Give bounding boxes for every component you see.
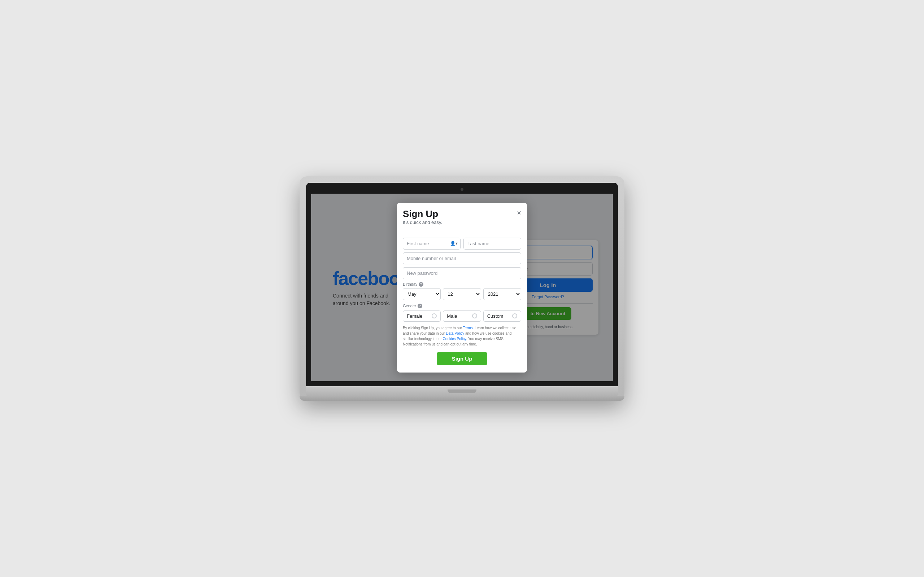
laptop-base bbox=[306, 386, 618, 396]
gender-label-text: Gender bbox=[403, 304, 416, 308]
female-label: Female bbox=[407, 313, 422, 319]
screen-bezel: facebook Connect with friends and around… bbox=[306, 183, 618, 386]
birthday-selects: JanFebMarApr MayJunJulAug SepOctNovDec 1… bbox=[403, 288, 521, 300]
password-input[interactable] bbox=[403, 267, 521, 279]
year-select[interactable]: 2019202020212022 bbox=[483, 288, 521, 300]
custom-radio bbox=[512, 313, 517, 318]
birthday-label-text: Birthday bbox=[403, 282, 417, 286]
modal-title-group: Sign Up It's quick and easy. bbox=[403, 208, 442, 229]
cookies-policy-link[interactable]: Cookies Policy bbox=[443, 337, 466, 341]
terms-text: By clicking Sign Up, you agree to our Te… bbox=[403, 325, 521, 347]
modal-header: Sign Up It's quick and easy. × bbox=[403, 208, 521, 229]
gender-male[interactable]: Male bbox=[443, 311, 481, 322]
email-wrapper bbox=[403, 253, 521, 264]
day-select[interactable]: 12345 678910 11121314 1516171819 2021222… bbox=[443, 288, 481, 300]
birthday-info-icon: ? bbox=[419, 282, 423, 287]
last-name-input[interactable] bbox=[464, 238, 521, 250]
laptop-foot bbox=[300, 396, 624, 401]
name-row: 👤▾ bbox=[403, 238, 521, 250]
male-label: Male bbox=[447, 313, 457, 319]
gender-custom[interactable]: Custom bbox=[483, 311, 521, 322]
gender-label: Gender ? bbox=[403, 304, 521, 308]
last-name-wrapper bbox=[464, 238, 521, 250]
gender-options: Female Male Custom bbox=[403, 311, 521, 322]
name-icon: 👤▾ bbox=[450, 241, 458, 246]
modal-divider bbox=[397, 233, 527, 233]
email-input[interactable] bbox=[403, 253, 521, 264]
signup-modal: Sign Up It's quick and easy. × 👤▾ bbox=[397, 203, 527, 372]
screen: facebook Connect with friends and around… bbox=[311, 193, 613, 381]
modal-title: Sign Up bbox=[403, 208, 442, 220]
gender-info-icon: ? bbox=[418, 304, 422, 308]
laptop-container: facebook Connect with friends and around… bbox=[300, 176, 624, 401]
birthday-label: Birthday ? bbox=[403, 282, 521, 287]
first-name-wrapper: 👤▾ bbox=[403, 238, 460, 250]
signup-button[interactable]: Sign Up bbox=[437, 352, 487, 365]
password-wrapper bbox=[403, 267, 521, 279]
female-radio bbox=[432, 313, 437, 318]
data-policy-link[interactable]: Data Policy bbox=[446, 331, 465, 335]
camera bbox=[460, 188, 464, 191]
laptop-notch bbox=[447, 390, 477, 393]
male-radio bbox=[472, 313, 477, 318]
terms-text-1: By clicking Sign Up, you agree to our bbox=[403, 326, 463, 330]
month-select[interactable]: JanFebMarApr MayJunJulAug SepOctNovDec bbox=[403, 288, 441, 300]
terms-link[interactable]: Terms bbox=[463, 326, 473, 330]
modal-subtitle: It's quick and easy. bbox=[403, 220, 442, 225]
gender-female[interactable]: Female bbox=[403, 311, 441, 322]
close-button[interactable]: × bbox=[517, 209, 521, 216]
modal-overlay: Sign Up It's quick and easy. × 👤▾ bbox=[311, 193, 613, 381]
custom-label: Custom bbox=[487, 313, 504, 319]
